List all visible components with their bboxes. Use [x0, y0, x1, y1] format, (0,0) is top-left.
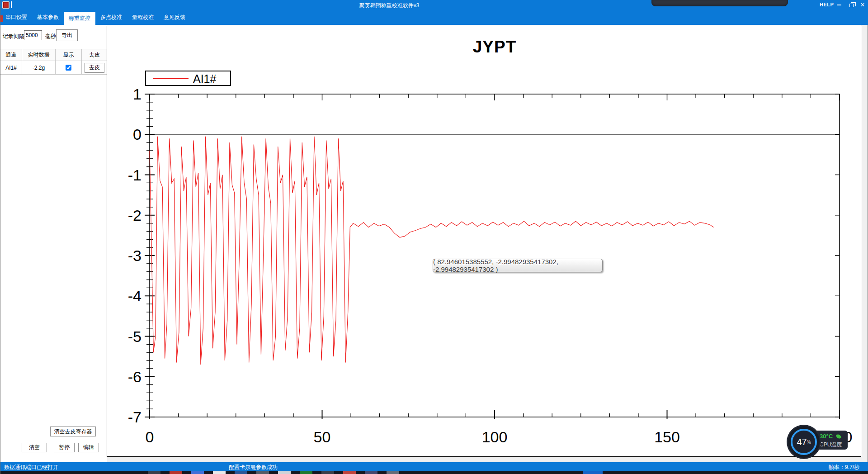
cpu-temp-value: 30°C	[820, 433, 833, 440]
header-show: 显示	[56, 49, 82, 61]
titlebar-cursor-mark	[11, 1, 12, 8]
record-interval-input[interactable]	[24, 30, 42, 40]
x-axis-label: 150	[654, 428, 680, 446]
minimize-button[interactable]	[833, 0, 845, 10]
chart-curve	[150, 137, 714, 365]
status-framerate: 帧率：9.7/秒	[829, 464, 859, 471]
cell-channel: AI1#	[0, 61, 22, 75]
tab-weighing-monitor[interactable]: 称重监控	[64, 12, 95, 25]
channel-table: 通道 实时数据 显示 去皮 AI1# -2.2g 去皮	[0, 49, 107, 75]
taskbar-app-icon[interactable]	[191, 471, 204, 474]
taskbar-active-app-icon[interactable]	[583, 471, 603, 474]
tab-multipoint-calibration[interactable]: 多点校准	[95, 10, 127, 25]
cell-realtime-value: -2.2g	[22, 61, 56, 75]
tab-serial-settings[interactable]: 串口设置	[0, 10, 32, 25]
y-axis-label: -5	[128, 328, 142, 345]
taskbar-app-icon[interactable]	[213, 471, 226, 474]
clear-button[interactable]: 清空	[22, 443, 47, 452]
taskbar-sliver[interactable]	[0, 471, 868, 474]
cpu-usage-gauge: 47 %	[788, 426, 820, 458]
taskbar-app-icon[interactable]	[148, 471, 160, 474]
header-tare: 去皮	[82, 49, 107, 61]
clear-tare-register-button[interactable]: 清空去皮寄存器	[50, 427, 96, 436]
cpu-gauge-ring: 47 %	[791, 429, 817, 455]
taskbar-app-icon[interactable]	[300, 471, 312, 474]
minimize-icon	[837, 5, 841, 5]
y-axis-label: -6	[128, 368, 142, 385]
header-realtime-data: 实时数据	[22, 49, 56, 61]
restore-button[interactable]	[845, 0, 857, 10]
export-button[interactable]: 导出	[56, 29, 78, 41]
record-interval-label: 记录间隔	[3, 33, 24, 40]
window-title: 聚英翱翔称重校准软件v3	[335, 2, 443, 9]
sidebar-panel: 记录间隔 毫秒 导出 通道 实时数据 显示 去皮 AI1# -2.2g 去皮	[0, 25, 107, 462]
tooltip-text: ( 82.946015385552, -2.99482935417302, -2…	[433, 258, 602, 273]
header-channel: 通道	[0, 49, 22, 61]
screen-overlay-bar	[651, 0, 788, 6]
status-bar: 数据通讯端口已经打开 配置卡尔曼参数成功 帧率：9.7/秒	[0, 462, 868, 471]
x-axis-label: 100	[482, 428, 508, 446]
x-axis-label: 50	[314, 428, 331, 446]
y-axis-label: -7	[128, 408, 142, 426]
cpu-usage-unit: %	[807, 440, 811, 445]
taskbar-app-icon[interactable]	[321, 471, 334, 474]
taskbar-app-icon[interactable]	[343, 471, 356, 474]
status-kalman-message: 配置卡尔曼参数成功	[229, 464, 278, 471]
table-row: AI1# -2.2g 去皮	[0, 61, 107, 75]
taskbar-app-icon[interactable]	[365, 471, 377, 474]
leaf-icon	[835, 434, 841, 439]
close-button[interactable]: ×	[857, 0, 868, 10]
y-axis-label: -1	[128, 166, 142, 184]
plot-border	[150, 94, 840, 417]
cpu-monitor-widget[interactable]: 30°C CPU温度 47 %	[788, 426, 848, 460]
title-bar: 聚英翱翔称重校准软件v3 HELP ×	[0, 0, 868, 10]
record-interval-unit: 毫秒	[45, 33, 56, 40]
pause-button[interactable]: 暂停	[54, 443, 75, 452]
taskbar-app-icon[interactable]	[387, 471, 399, 474]
status-port-message: 数据通讯端口已经打开	[4, 464, 58, 471]
taskbar-app-icon[interactable]	[235, 471, 247, 474]
y-axis-label: 0	[133, 126, 142, 143]
x-axis-label: 0	[146, 428, 154, 446]
chart-plot[interactable]: 10-1-2-3-4-5-6-7050100150200	[108, 26, 861, 457]
cpu-usage-value: 47	[797, 437, 807, 447]
y-axis-label: -3	[128, 247, 142, 264]
taskbar-app-icon[interactable]	[170, 471, 182, 474]
record-interval-row: 记录间隔 毫秒 导出	[0, 29, 107, 42]
tare-button[interactable]: 去皮	[85, 63, 104, 73]
y-axis-label: 1	[133, 85, 142, 103]
menu-tab-bar: 串口设置 基本参数 称重监控 多点校准 量程校准 意见反馈	[0, 10, 868, 25]
chart-tooltip: ( 82.946015385552, -2.99482935417302, -2…	[433, 259, 603, 272]
taskbar-app-icon[interactable]	[278, 471, 291, 474]
show-checkbox[interactable]	[66, 65, 71, 71]
channel-table-header: 通道 实时数据 显示 去皮	[0, 49, 107, 61]
y-axis-label: -4	[128, 287, 142, 304]
close-icon: ×	[860, 1, 864, 9]
tab-basic-params[interactable]: 基本参数	[32, 10, 64, 25]
app-logo-icon	[2, 1, 9, 9]
tab-feedback[interactable]: 意见反馈	[159, 10, 190, 25]
background-window-icon	[0, 15, 3, 22]
taskbar-app-icon[interactable]	[256, 471, 269, 474]
cpu-temp-label: CPU温度	[820, 441, 848, 449]
cell-show	[56, 61, 82, 75]
cell-tare: 去皮	[82, 61, 107, 75]
tab-range-calibration[interactable]: 量程校准	[127, 10, 159, 25]
restore-icon	[849, 4, 854, 7]
edit-button[interactable]: 编辑	[78, 443, 99, 452]
y-axis-label: -2	[128, 207, 142, 224]
app-window: 聚英翱翔称重校准软件v3 HELP × 串口设置 基本参数 称重监控 多点校准 …	[0, 0, 868, 474]
